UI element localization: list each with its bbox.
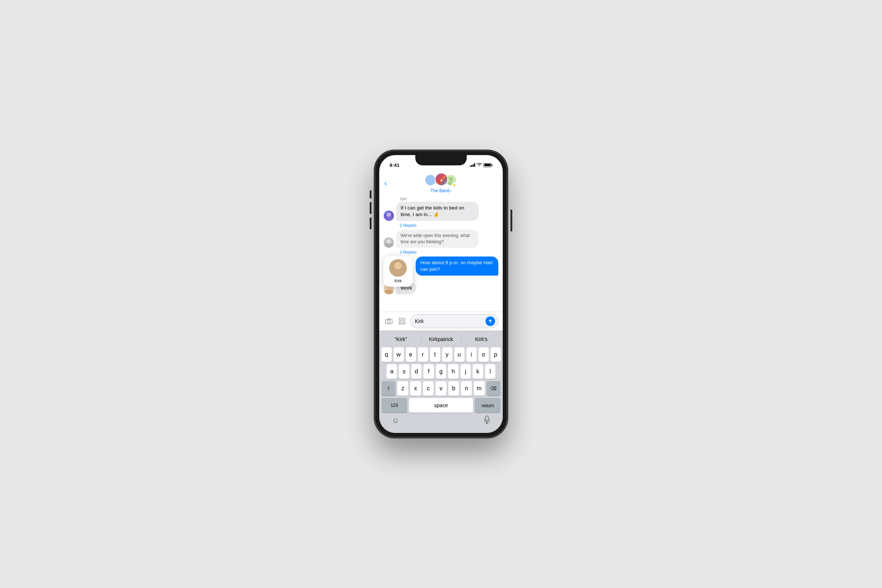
power-button <box>510 210 512 231</box>
bubble-wrap-grey: We're wide open this evening, what time … <box>396 230 479 248</box>
bubble-alexis: Work <box>396 282 416 294</box>
space-key[interactable]: space <box>409 398 473 413</box>
bubble-grey: We're wide open this evening, what time … <box>396 230 479 248</box>
bubble-wrap-hart: Hart If I can get the kids to bed on tim… <box>396 197 479 221</box>
silent-switch <box>370 190 372 198</box>
svg-rect-14 <box>392 271 404 277</box>
mention-popup[interactable]: Kirk <box>383 256 413 286</box>
key-y[interactable]: y <box>442 347 452 362</box>
svg-rect-20 <box>403 322 405 324</box>
key-q[interactable]: q <box>381 347 392 362</box>
input-text-value[interactable]: Kirk <box>415 318 484 324</box>
key-k[interactable]: k <box>472 364 483 379</box>
replies-container-1: 2 Replies <box>384 222 498 228</box>
key-m[interactable]: m <box>474 381 485 396</box>
key-d[interactable]: d <box>411 364 422 379</box>
group-info[interactable]: 🎸 ⭐ The Ban <box>424 173 458 193</box>
key-l[interactable]: l <box>485 364 495 379</box>
avatar-hart <box>384 211 394 221</box>
svg-point-0 <box>428 177 432 181</box>
key-x[interactable]: x <box>410 381 421 396</box>
bubble-hart: If I can get the kids to bed on time, I … <box>396 202 479 221</box>
message-row-grey: We're wide open this evening, what time … <box>384 230 498 248</box>
back-button[interactable]: ‹ <box>384 179 387 187</box>
key-e[interactable]: e <box>406 347 416 362</box>
keyboard-bottom-bar: ☺ <box>381 413 501 432</box>
autocorrect-item-1[interactable]: Kirkpatrick <box>421 335 461 344</box>
key-h[interactable]: h <box>448 364 458 379</box>
navigation-bar: ‹ <box>379 171 503 195</box>
key-r[interactable]: r <box>418 347 428 362</box>
key-b[interactable]: b <box>448 381 459 396</box>
avatar-member-2: 🎸 <box>435 173 448 186</box>
dictation-icon[interactable] <box>484 416 490 426</box>
message-input-field[interactable]: Kirk <box>410 314 498 328</box>
autocorrect-item-2[interactable]: Kirk's <box>461 335 501 344</box>
svg-point-16 <box>387 320 390 323</box>
phone-screen: 9:41 <box>379 155 503 433</box>
message-group-hart: Hart If I can get the kids to bed on tim… <box>384 197 498 228</box>
svg-rect-21 <box>486 416 488 420</box>
replies-link-1[interactable]: 2 Replies <box>400 222 417 228</box>
input-icons <box>384 316 407 326</box>
emoji-icon[interactable]: ☺ <box>392 416 399 425</box>
key-a[interactable]: a <box>387 364 397 379</box>
key-s[interactable]: s <box>399 364 409 379</box>
wifi-icon <box>477 163 482 167</box>
camera-icon[interactable] <box>384 316 394 326</box>
key-c[interactable]: c <box>423 381 434 396</box>
autocorrect-bar: "Kirk" Kirkpatrick Kirk's <box>381 333 501 346</box>
message-group-alexis: Alexis Work <box>384 277 498 294</box>
key-w[interactable]: w <box>394 347 404 362</box>
key-g[interactable]: g <box>436 364 446 379</box>
battery-icon <box>483 163 492 167</box>
key-o[interactable]: o <box>478 347 489 362</box>
key-n[interactable]: n <box>461 381 472 396</box>
bubble-sent: How about 8 p.m. so maybe Hart can join? <box>416 256 498 276</box>
svg-point-13 <box>394 262 402 269</box>
key-rows: q w e r t y u i o p a <box>381 347 501 413</box>
key-f[interactable]: f <box>423 364 434 379</box>
autocorrect-item-0[interactable]: "Kirk" <box>381 335 421 344</box>
key-row-1: q w e r t y u i o p <box>381 347 501 362</box>
screen-content: 9:41 <box>379 155 503 433</box>
avatar-grey <box>384 237 394 248</box>
key-t[interactable]: t <box>430 347 440 362</box>
keyboard: "Kirk" Kirkpatrick Kirk's q w e r t <box>379 330 503 433</box>
signal-icon <box>470 163 475 167</box>
key-row-4: 123 space return <box>381 398 501 413</box>
key-z[interactable]: z <box>397 381 408 396</box>
group-avatars: 🎸 ⭐ <box>424 173 458 188</box>
key-v[interactable]: v <box>435 381 447 396</box>
volume-down-button <box>370 218 372 230</box>
replies-link-2[interactable]: 2 Replies <box>400 249 417 255</box>
key-j[interactable]: j <box>460 364 471 379</box>
num-key[interactable]: 123 <box>381 398 407 413</box>
svg-text:🎸: 🎸 <box>438 176 446 183</box>
svg-point-11 <box>387 286 391 290</box>
status-icons <box>470 163 492 167</box>
avatar-star-icon: ⭐ <box>452 182 457 188</box>
scene: 9:41 <box>353 118 529 470</box>
return-key[interactable]: return <box>475 398 501 413</box>
replies-container-2: 2 Replies <box>384 248 498 255</box>
phone-shell: 9:41 <box>375 151 507 437</box>
delete-key[interactable]: ⌫ <box>487 381 501 396</box>
key-row-2: a s d f g h j k l <box>381 364 501 379</box>
group-name-chevron-icon: › <box>450 189 452 193</box>
svg-point-4 <box>449 177 453 181</box>
apps-icon[interactable] <box>397 316 407 326</box>
send-button[interactable] <box>486 316 495 326</box>
group-name: The Band › <box>430 188 452 193</box>
message-group-grey: We're wide open this evening, what time … <box>384 230 498 255</box>
key-p[interactable]: p <box>490 347 501 362</box>
mention-popup-avatar <box>389 259 407 277</box>
message-row-hart: Hart If I can get the kids to bed on tim… <box>384 197 498 221</box>
shift-key[interactable]: ⇧ <box>381 381 395 396</box>
svg-rect-17 <box>399 318 401 321</box>
key-i[interactable]: i <box>466 347 477 362</box>
message-row-alexis: Alexis Work <box>384 277 498 294</box>
key-u[interactable]: u <box>454 347 465 362</box>
back-chevron-icon: ‹ <box>384 179 387 187</box>
svg-point-7 <box>387 212 391 217</box>
